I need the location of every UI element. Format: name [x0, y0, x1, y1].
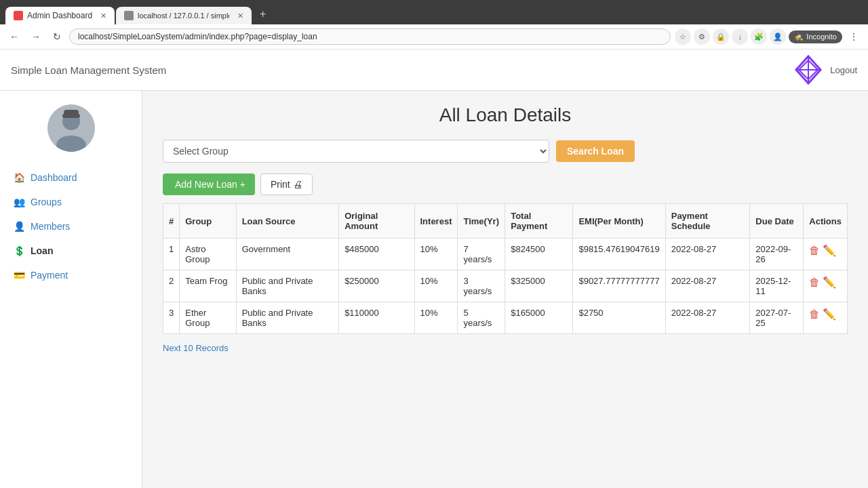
tab-admin[interactable]: Admin Dashboard ✕ — [5, 7, 115, 24]
search-toolbar: Select Group Search Loan — [163, 140, 848, 163]
extension-icon-4[interactable]: 🧩 — [751, 28, 767, 45]
back-button[interactable]: ← — [5, 28, 23, 45]
next-records: Next 10 Records — [163, 342, 848, 353]
col-actions: Actions — [804, 204, 848, 239]
cell-due-date: 2022-09-26 — [750, 239, 804, 270]
table-row: 3 Ether Group Public and Private Banks $… — [163, 302, 848, 334]
avatar — [47, 104, 95, 152]
tab-simple[interactable]: localhost / 127.0.0.1 / simpleloar ✕ — [116, 7, 252, 24]
action-icons: 🗑 ✏️ — [809, 244, 842, 257]
sidebar-avatar — [0, 104, 142, 152]
sidebar-link-payment[interactable]: 💳 Payment — [0, 263, 142, 287]
cell-interest: 10% — [414, 270, 458, 302]
action-icons: 🗑 ✏️ — [809, 276, 842, 289]
search-loan-button[interactable]: Search Loan — [556, 140, 635, 162]
table-header: # Group Loan Source Original Amount Inte… — [163, 204, 848, 239]
col-group: Group — [180, 204, 236, 239]
tab-close-simple[interactable]: ✕ — [237, 12, 243, 20]
delete-icon[interactable]: 🗑 — [809, 308, 820, 321]
print-label: Print 🖨 — [271, 179, 302, 190]
cell-total-payment: $165000 — [505, 302, 573, 334]
nav-icons: ☆ ⚙ 🔒 ↓ 🧩 👤 🕵 Incognito ⋮ — [675, 28, 863, 45]
tab-admin-label: Admin Dashboard — [27, 11, 92, 20]
new-tab-button[interactable]: + — [253, 4, 273, 24]
sidebar-link-dashboard[interactable]: 🏠 Dashboard — [0, 165, 142, 190]
extension-icon-2[interactable]: 🔒 — [713, 28, 729, 45]
incognito-badge: 🕵 Incognito — [789, 30, 842, 43]
cell-loan-source: Public and Private Banks — [236, 270, 338, 302]
cell-num: 2 — [163, 270, 180, 302]
edit-icon[interactable]: ✏️ — [823, 308, 836, 321]
forward-button[interactable]: → — [27, 28, 45, 45]
col-loan-source: Loan Source — [236, 204, 338, 239]
sidebar-label-loan: Loan — [31, 245, 53, 256]
sidebar-item-groups[interactable]: 👥 Groups — [0, 190, 142, 214]
delete-icon[interactable]: 🗑 — [809, 245, 820, 257]
cell-actions: 🗑 ✏️ — [804, 270, 848, 302]
extension-icon-1[interactable]: ⚙ — [694, 28, 710, 45]
delete-icon[interactable]: 🗑 — [809, 277, 820, 289]
sidebar-link-loan[interactable]: 💲 Loan — [0, 239, 142, 263]
group-select[interactable]: Select Group — [163, 140, 549, 163]
cell-loan-source: Public and Private Banks — [236, 302, 338, 334]
col-num: # — [163, 204, 180, 239]
sidebar-label-groups: Groups — [31, 197, 62, 207]
edit-icon[interactable]: ✏️ — [823, 276, 836, 289]
extension-icon-3[interactable]: ↓ — [732, 28, 748, 45]
members-icon: 👤 — [14, 221, 25, 232]
cell-payment-schedule: 2022-08-27 — [665, 239, 750, 270]
cell-num: 3 — [163, 302, 180, 334]
table-body: 1 Astro Group Government $485000 10% 7 y… — [163, 239, 848, 334]
avatar-icon — [47, 104, 95, 152]
cell-interest: 10% — [414, 302, 458, 334]
groups-icon: 👥 — [14, 197, 25, 207]
sidebar-link-members[interactable]: 👤 Members — [0, 214, 142, 239]
profile-icon[interactable]: 👤 — [770, 28, 786, 45]
sidebar-item-payment[interactable]: 💳 Payment — [0, 263, 142, 287]
table-header-row: # Group Loan Source Original Amount Inte… — [163, 204, 848, 239]
print-button[interactable]: Print 🖨 — [260, 174, 313, 195]
table-row: 2 Team Frog Public and Private Banks $25… — [163, 270, 848, 302]
cell-emi: $9815.47619047619 — [573, 239, 665, 270]
tab-close-admin[interactable]: ✕ — [100, 12, 106, 20]
cell-group: Ether Group — [180, 302, 236, 334]
cell-original-amount: $250000 — [339, 270, 414, 302]
col-original-amount: Original Amount — [339, 204, 414, 239]
sidebar-item-dashboard[interactable]: 🏠 Dashboard — [0, 165, 142, 190]
add-new-loan-button[interactable]: Add New Loan + — [163, 174, 255, 195]
table-row: 1 Astro Group Government $485000 10% 7 y… — [163, 239, 848, 270]
app-header: Simple Loan Management System Logout — [0, 49, 868, 91]
sidebar: 🏠 Dashboard 👥 Groups 👤 Members 💲 — [0, 91, 142, 488]
edit-icon[interactable]: ✏️ — [823, 244, 836, 257]
action-bar: Add New Loan + Print 🖨 — [163, 174, 848, 195]
cell-group: Astro Group — [180, 239, 236, 270]
tab-favicon-2 — [124, 11, 134, 20]
cell-payment-schedule: 2022-08-27 — [665, 270, 750, 302]
cell-due-date: 2025-12-11 — [750, 270, 804, 302]
reload-button[interactable]: ↻ — [49, 28, 65, 45]
next-records-link[interactable]: Next 10 Records — [163, 343, 229, 353]
sidebar-label-members: Members — [31, 221, 70, 232]
cell-due-date: 2027-07-25 — [750, 302, 804, 334]
cell-loan-source: Government — [236, 239, 338, 270]
col-due-date: Due Date — [750, 204, 804, 239]
loans-table: # Group Loan Source Original Amount Inte… — [163, 203, 848, 334]
cell-actions: 🗑 ✏️ — [804, 302, 848, 334]
sidebar-item-loan[interactable]: 💲 Loan — [0, 239, 142, 263]
cell-original-amount: $110000 — [339, 302, 414, 334]
sidebar-label-dashboard: Dashboard — [31, 172, 77, 183]
logo-icon — [793, 55, 823, 85]
incognito-icon: 🕵 — [794, 33, 804, 41]
address-bar[interactable] — [69, 28, 671, 45]
app-title: Simple Loan Management System — [11, 64, 166, 76]
app-body: 🏠 Dashboard 👥 Groups 👤 Members 💲 — [0, 91, 868, 488]
sidebar-link-groups[interactable]: 👥 Groups — [0, 190, 142, 214]
bookmark-icon[interactable]: ☆ — [675, 28, 691, 45]
app-logo-area: Simple Loan Management System — [11, 64, 166, 76]
sidebar-item-members[interactable]: 👤 Members — [0, 214, 142, 239]
svg-rect-8 — [64, 110, 79, 115]
col-payment-schedule: Payment Schedule — [665, 204, 750, 239]
logout-button[interactable]: Logout — [830, 65, 857, 75]
menu-button[interactable]: ⋮ — [845, 28, 863, 45]
incognito-label: Incognito — [806, 33, 837, 41]
